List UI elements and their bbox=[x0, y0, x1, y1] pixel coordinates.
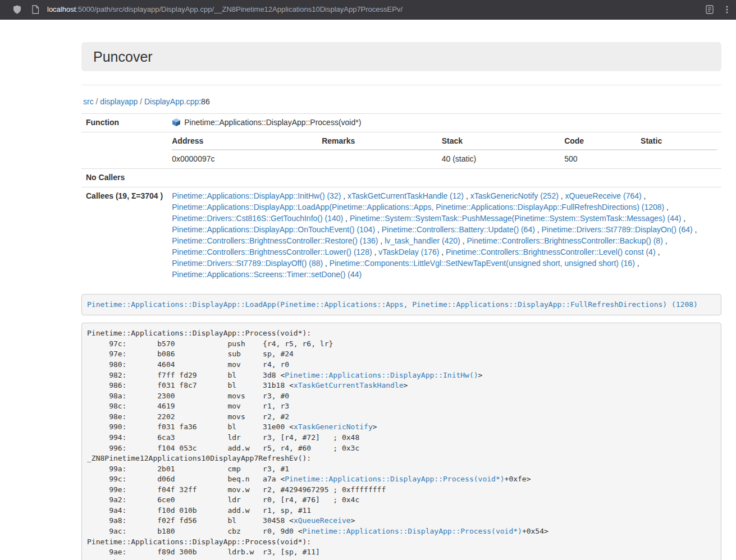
no-callers-label: No Callers bbox=[81, 168, 167, 187]
col-header-static: Static bbox=[641, 136, 717, 150]
function-table: Function Pinetime::Applications::Display… bbox=[81, 113, 721, 284]
browser-toolbar: localhost:5000/path/src/displayapp/Displ… bbox=[0, 0, 736, 20]
cell-static bbox=[641, 150, 717, 165]
function-name: Pinetime::Applications::DisplayApp::Proc… bbox=[184, 118, 361, 127]
details-row-label bbox=[81, 132, 167, 168]
breadcrumb-separator: / bbox=[138, 97, 144, 106]
details-header-row: Address Remarks Stack Code Static bbox=[172, 136, 717, 150]
page-title: Puncover bbox=[93, 49, 710, 64]
url-path: :5000/path/src/displayapp/DisplayApp.cpp… bbox=[76, 5, 403, 13]
callee-link[interactable]: Pinetime::Components::LittleVgl::SetNewT… bbox=[330, 259, 635, 268]
callee-link[interactable]: Pinetime::Drivers::St7789::DisplayOff() … bbox=[172, 259, 323, 268]
callee-link[interactable]: Pinetime::Applications::Screens::Timer::… bbox=[172, 270, 362, 279]
symbol-link[interactable]: Pinetime::Applications::DisplayApp::Init… bbox=[285, 371, 478, 379]
callee-link[interactable]: Pinetime::Applications::DisplayApp::Init… bbox=[172, 191, 341, 200]
details-cell: Address Remarks Stack Code Static 0x0000… bbox=[167, 132, 721, 168]
col-header-code: Code bbox=[564, 136, 641, 150]
breadcrumb-link-file[interactable]: DisplayApp.cpp bbox=[144, 97, 199, 106]
no-callers-row: No Callers bbox=[81, 168, 721, 187]
breadcrumb-line-number: :86 bbox=[199, 97, 209, 106]
cell-remarks bbox=[322, 150, 442, 165]
no-callers-cell bbox=[167, 168, 721, 187]
col-header-stack: Stack bbox=[442, 136, 564, 150]
cell-stack: 40 (static) bbox=[442, 150, 564, 165]
page-content: Puncover src / displayapp / DisplayApp.c… bbox=[0, 20, 736, 560]
breadcrumb: src / displayapp / DisplayApp.cpp:86 bbox=[81, 97, 721, 108]
callees-label: Callees (19, Σ=3704 ) bbox=[81, 187, 167, 283]
method-cube-icon bbox=[172, 118, 181, 127]
callee-link[interactable]: Pinetime::System::SystemTask::PushMessag… bbox=[350, 214, 682, 223]
function-row-label: Function bbox=[81, 113, 167, 132]
breadcrumb-link-displayapp[interactable]: displayapp bbox=[100, 97, 138, 106]
callee-link[interactable]: Pinetime::Applications::DisplayApp::OnTo… bbox=[172, 225, 375, 234]
callee-link[interactable]: xQueueReceive (764) bbox=[565, 191, 642, 200]
col-header-remarks: Remarks bbox=[322, 136, 442, 150]
callee-link[interactable]: vTaskDelay (176) bbox=[378, 247, 439, 256]
symbol-link[interactable]: Pinetime::Applications::DisplayApp::Proc… bbox=[303, 527, 522, 535]
details-table: Address Remarks Stack Code Static 0x0000… bbox=[172, 136, 717, 165]
details-row: Address Remarks Stack Code Static 0x0000… bbox=[81, 132, 721, 168]
symbol-link[interactable]: Pinetime::Applications::DisplayApp::Proc… bbox=[285, 475, 504, 483]
breadcrumb-link-src[interactable]: src bbox=[83, 97, 94, 106]
shield-icon[interactable] bbox=[13, 5, 21, 14]
callee-link[interactable]: Pinetime::Controllers::BrightnessControl… bbox=[172, 247, 372, 256]
callee-link[interactable]: xTaskGenericNotify (252) bbox=[470, 191, 559, 200]
details-data-row: 0x0000097c 40 (static) 500 bbox=[172, 150, 717, 165]
caller-snippet-box: Pinetime::Applications::DisplayApp::Load… bbox=[81, 294, 721, 316]
breadcrumb-separator: / bbox=[94, 97, 100, 106]
divider bbox=[81, 85, 721, 85]
function-name-cell: Pinetime::Applications::DisplayApp::Proc… bbox=[167, 113, 721, 132]
menu-ellipsis-icon[interactable] bbox=[726, 5, 728, 14]
app-header: Puncover bbox=[81, 42, 721, 71]
reader-mode-icon[interactable] bbox=[706, 5, 714, 14]
callee-link[interactable]: Pinetime::Controllers::Battery::Update()… bbox=[382, 225, 535, 234]
callee-link[interactable]: Pinetime::Drivers::Cst816S::GetTouchInfo… bbox=[172, 214, 343, 223]
main-container: Puncover src / displayapp / DisplayApp.c… bbox=[81, 42, 721, 560]
symbol-link[interactable]: xTaskGetCurrentTaskHandle bbox=[294, 381, 404, 389]
url-host: localhost bbox=[47, 5, 76, 13]
callee-link[interactable]: Pinetime::Controllers::BrightnessControl… bbox=[467, 236, 662, 245]
loadapp-symbol-link[interactable]: Pinetime::Applications::DisplayApp::Load… bbox=[87, 300, 698, 309]
cell-address: 0x0000097c bbox=[172, 150, 322, 165]
callee-link[interactable]: Pinetime::Controllers::BrightnessControl… bbox=[172, 236, 378, 245]
callee-link[interactable]: xTaskGetCurrentTaskHandle (12) bbox=[348, 191, 464, 200]
symbol-link[interactable]: xQueueReceive bbox=[294, 516, 351, 525]
callee-link[interactable]: Pinetime::Drivers::St7789::DisplayOn() (… bbox=[542, 225, 693, 234]
callees-list: Pinetime::Applications::DisplayApp::Init… bbox=[167, 187, 721, 283]
function-row: Function Pinetime::Applications::Display… bbox=[81, 113, 721, 132]
callee-link[interactable]: lv_task_handler (420) bbox=[385, 236, 460, 245]
cell-code: 500 bbox=[564, 150, 641, 165]
callee-link[interactable]: Pinetime::Controllers::BrightnessControl… bbox=[446, 247, 655, 256]
callee-link[interactable]: Pinetime::Applications::DisplayApp::Load… bbox=[172, 203, 664, 212]
callees-row: Callees (19, Σ=3704 ) Pinetime::Applicat… bbox=[81, 187, 721, 283]
col-header-address: Address bbox=[172, 136, 322, 150]
page-identity-icon[interactable] bbox=[31, 5, 39, 14]
symbol-link[interactable]: xTaskGenericNotify bbox=[294, 423, 373, 431]
url-bar[interactable]: localhost:5000/path/src/displayapp/Displ… bbox=[47, 4, 706, 15]
disassembly-pre: Pinetime::Applications::DisplayApp::Proc… bbox=[81, 323, 721, 560]
